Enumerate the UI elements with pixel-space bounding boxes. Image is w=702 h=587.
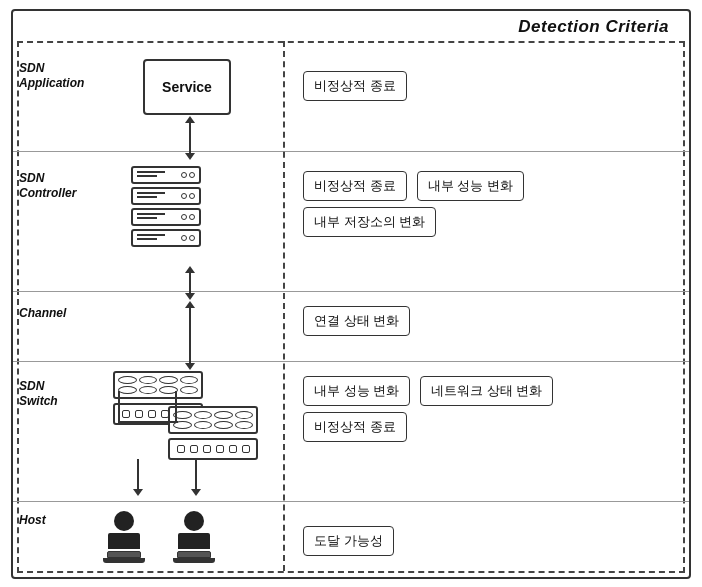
criteria-ctrl-2: 내부 성능 변화 [417, 171, 524, 201]
switch-connector-h [118, 421, 178, 423]
row-sep-2 [13, 291, 689, 292]
criteria-sw-3: 비정상적 종료 [303, 412, 407, 442]
detection-application: 비정상적 종료 [303, 71, 407, 101]
detection-switch: 내부 성능 변화 네트워크 상태 변화 비정상적 종료 [303, 376, 553, 448]
switch-connector-right [175, 391, 177, 421]
host-figure-2 [173, 511, 215, 563]
arrow-controller-to-channel [185, 266, 195, 300]
label-channel: Channel [19, 306, 66, 322]
service-box: Service [143, 59, 231, 115]
controller-server-icon [131, 166, 201, 250]
diagram-title: Detection Criteria [518, 17, 669, 37]
detection-channel: 연결 상태 변화 [303, 306, 410, 336]
row-sep-3 [13, 361, 689, 362]
service-label: Service [162, 79, 212, 95]
label-host: Host [19, 513, 46, 529]
criteria-sw-2: 네트워크 상태 변화 [420, 376, 553, 406]
diagram-wrapper: Detection Criteria SDNApplication SDNCon… [11, 9, 691, 579]
arrow-switch-to-host-1 [133, 459, 143, 496]
label-sdn-application: SDNApplication [19, 61, 84, 92]
criteria-sw-1: 내부 성능 변화 [303, 376, 410, 406]
vertical-divider [283, 41, 285, 571]
host-figure-1 [103, 511, 145, 563]
label-sdn-controller: SDNController [19, 171, 76, 202]
row-sep-4 [13, 501, 689, 502]
criteria-ctrl-3: 내부 저장소의 변화 [303, 207, 436, 237]
row-sep-1 [13, 151, 689, 152]
criteria-ctrl-1: 비정상적 종료 [303, 171, 407, 201]
arrow-switch-to-host-2 [191, 459, 201, 496]
criteria-chan-1: 연결 상태 변화 [303, 306, 410, 336]
label-sdn-switch: SDNSwitch [19, 379, 58, 410]
switch-connector-left [118, 391, 120, 421]
switch-icon-2 [168, 406, 258, 460]
criteria-host-1: 도달 가능성 [303, 526, 394, 556]
arrow-service-to-controller [185, 116, 195, 160]
arrow-channel-to-switch [185, 301, 195, 370]
detection-host: 도달 가능성 [303, 526, 394, 556]
criteria-app-1: 비정상적 종료 [303, 71, 407, 101]
detection-controller: 비정상적 종료 내부 성능 변화 내부 저장소의 변화 [303, 171, 524, 243]
